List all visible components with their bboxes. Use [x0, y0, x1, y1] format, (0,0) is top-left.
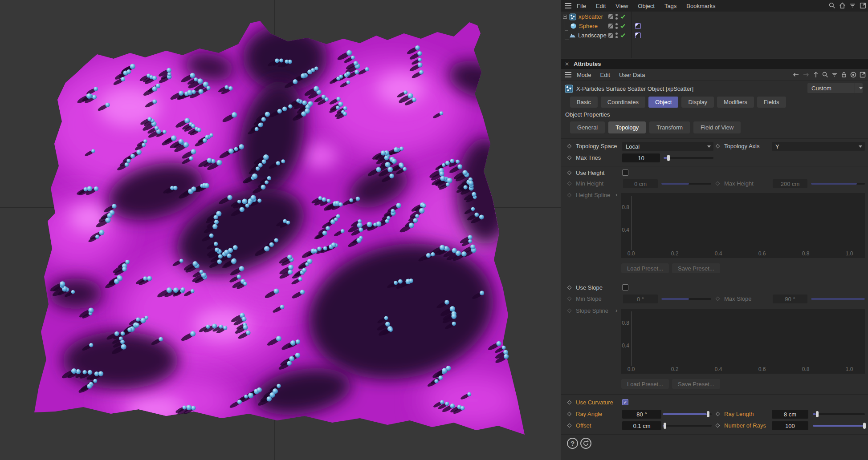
use-height-checkbox[interactable] — [622, 169, 628, 176]
tab-coordinates[interactable]: Coordinates — [601, 97, 645, 108]
layer-icon[interactable] — [608, 24, 613, 28]
use-curvature-checkbox[interactable] — [622, 399, 628, 405]
min-height-label: Min Height — [576, 180, 603, 187]
ray-angle-input[interactable]: 80 ° — [622, 410, 661, 419]
menu-file[interactable]: File — [577, 3, 586, 9]
menu-bookmarks[interactable]: Bookmarks — [686, 3, 715, 9]
use-height-label: Use Height — [576, 169, 604, 176]
number-of-rays-slider[interactable] — [813, 422, 865, 429]
modebar-hamburger-icon[interactable] — [565, 71, 571, 79]
chevron-right-icon[interactable]: › — [615, 191, 617, 198]
visibility-dots-icon[interactable] — [615, 32, 618, 38]
max-slope-input[interactable]: 90 ° — [773, 295, 807, 303]
min-height-slider[interactable] — [661, 180, 711, 187]
save-preset-button[interactable]: Save Preset... — [672, 379, 720, 389]
preset-dropdown[interactable]: Custom — [807, 83, 863, 93]
viewport-3d[interactable] — [0, 0, 561, 460]
diamond-bullet-icon — [716, 182, 720, 186]
menu-tags[interactable]: Tags — [664, 3, 676, 9]
max-height-slider[interactable] — [811, 180, 865, 187]
menu-view[interactable]: View — [615, 3, 628, 9]
diamond-bullet-icon — [716, 297, 720, 301]
chevron-down-icon[interactable] — [855, 83, 863, 93]
object-name[interactable]: Sphere — [579, 23, 598, 29]
attr-menu-edit[interactable]: Edit — [600, 72, 610, 78]
x-tick-label: 0.4 — [715, 366, 722, 372]
tab-object[interactable]: Object — [648, 97, 679, 108]
layer-icon[interactable] — [608, 33, 613, 38]
row-use-curvature: Use Curvature — [561, 398, 868, 408]
back-arrow-icon[interactable] — [792, 71, 800, 78]
max-slope-slider[interactable] — [811, 295, 865, 303]
object-row-landscape[interactable]: Landscape — [561, 31, 868, 40]
attr-menu-userdata[interactable]: User Data — [619, 72, 645, 78]
attributes-panel-header: ✕ Attributes — [561, 59, 868, 69]
tab-display[interactable]: Display — [681, 97, 714, 108]
lock-icon[interactable] — [840, 71, 848, 78]
subtab-field-of-view[interactable]: Field of View — [693, 121, 741, 133]
reset-icon[interactable] — [580, 438, 591, 449]
offset-input[interactable]: 0.1 cm — [622, 421, 661, 430]
subtab-topology[interactable]: Topology — [608, 121, 646, 133]
row-topology-space: Topology Space Local Topology Axis Y — [561, 141, 868, 151]
search-icon[interactable] — [822, 71, 829, 78]
max-slope-label: Max Slope — [724, 295, 751, 302]
filter-icon[interactable] — [849, 2, 856, 9]
up-arrow-icon[interactable] — [812, 71, 819, 78]
load-preset-button[interactable]: Load Preset... — [621, 263, 669, 273]
topology-space-dropdown[interactable]: Local — [622, 142, 713, 151]
ray-length-slider[interactable] — [813, 411, 865, 418]
forward-arrow-icon[interactable] — [802, 71, 810, 78]
attr-menu-mode[interactable]: Mode — [577, 72, 591, 78]
number-of-rays-input[interactable]: 100 — [772, 421, 808, 430]
x-tick-label: 0.6 — [758, 366, 766, 372]
height-spline-graph[interactable]: 0.8 0.4 0.0 0.2 0.4 0.6 0.8 1.0 — [621, 193, 865, 258]
track-icon[interactable] — [850, 71, 857, 78]
min-slope-input[interactable]: 0 ° — [623, 295, 658, 303]
help-icon[interactable]: ? — [567, 438, 578, 449]
min-slope-slider[interactable] — [661, 295, 711, 303]
enabled-check-icon[interactable] — [620, 23, 626, 29]
close-icon[interactable]: ✕ — [565, 61, 569, 67]
visibility-dots-icon[interactable] — [615, 14, 618, 20]
max-tries-input[interactable]: 10 — [622, 153, 660, 162]
use-slope-checkbox[interactable] — [622, 284, 628, 291]
height-spline-label: Height Spline — [576, 192, 610, 198]
chevron-right-icon[interactable]: › — [615, 307, 617, 314]
detach-window-icon[interactable] — [859, 71, 866, 78]
min-height-input[interactable]: 0 cm — [623, 179, 658, 188]
object-row-sphere[interactable]: Sphere — [561, 21, 868, 31]
layer-icon[interactable] — [608, 14, 613, 19]
tab-basic[interactable]: Basic — [570, 97, 598, 108]
tab-fields[interactable]: Fields — [757, 97, 786, 108]
offset-slider[interactable] — [663, 422, 712, 429]
menu-edit[interactable]: Edit — [596, 3, 606, 9]
object-name[interactable]: Landscape — [578, 32, 607, 39]
max-tries-slider[interactable] — [664, 154, 713, 161]
topology-axis-dropdown[interactable]: Y — [772, 142, 865, 151]
visibility-dots-icon[interactable] — [615, 23, 618, 29]
menu-object[interactable]: Object — [638, 3, 655, 9]
object-tag-icon[interactable] — [635, 32, 641, 38]
object-name[interactable]: xpScatter — [579, 13, 603, 20]
ray-length-input[interactable]: 8 cm — [772, 410, 808, 419]
filter-icon[interactable] — [831, 71, 838, 78]
subtab-general[interactable]: General — [570, 121, 605, 133]
expander-icon[interactable] — [563, 15, 567, 19]
row-ray: Ray Angle 80 ° Ray Length 8 cm — [561, 409, 868, 419]
new-window-icon[interactable] — [859, 2, 867, 9]
object-row-xpscatter[interactable]: xpScatter — [561, 12, 868, 21]
subtab-transform[interactable]: Transform — [649, 121, 690, 133]
object-tag-icon[interactable] — [635, 23, 641, 29]
tab-modifiers[interactable]: Modifiers — [717, 97, 754, 108]
enabled-check-icon[interactable] — [620, 14, 626, 20]
max-height-input[interactable]: 200 cm — [773, 179, 807, 188]
load-preset-button[interactable]: Load Preset... — [621, 379, 669, 389]
ray-angle-slider[interactable] — [663, 411, 712, 418]
save-preset-button[interactable]: Save Preset... — [672, 263, 720, 273]
search-icon[interactable] — [828, 2, 836, 9]
enabled-check-icon[interactable] — [620, 32, 626, 38]
menu-hamburger-icon[interactable] — [565, 2, 571, 10]
slope-spline-graph[interactable]: 0.8 0.4 0.0 0.2 0.4 0.6 0.8 1.0 — [621, 309, 865, 374]
home-icon[interactable] — [839, 2, 846, 9]
